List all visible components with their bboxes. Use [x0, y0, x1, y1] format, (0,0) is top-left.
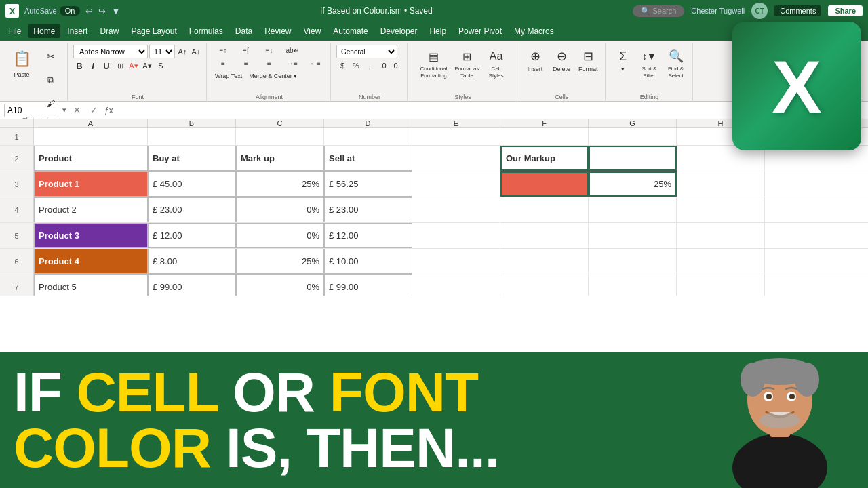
- cell-styles-button[interactable]: Aa CellStyles: [484, 45, 509, 81]
- indent-button[interactable]: ab↵: [281, 45, 303, 56]
- cell-c5[interactable]: 0%: [236, 223, 324, 248]
- cell-d2[interactable]: Sell at: [324, 146, 412, 171]
- find-select-button[interactable]: 🔍 Find &Select: [664, 45, 688, 81]
- cell-c6[interactable]: 25%: [236, 249, 324, 274]
- cell-f3[interactable]: [500, 171, 589, 197]
- cell-b7[interactable]: £ 99.00: [148, 274, 236, 296]
- cell-h4[interactable]: [677, 197, 765, 222]
- cell-b4[interactable]: £ 23.00: [148, 197, 236, 222]
- cell-f4[interactable]: [500, 197, 589, 222]
- comments-button[interactable]: Share: [828, 5, 863, 16]
- menu-file[interactable]: File: [3, 24, 26, 38]
- cell-f5[interactable]: [500, 223, 589, 248]
- cell-g2[interactable]: [589, 146, 677, 171]
- cell-g1[interactable]: [589, 128, 677, 145]
- cell-d3[interactable]: £ 56.25: [324, 171, 412, 197]
- cell-a2[interactable]: Product: [34, 146, 148, 171]
- copy-button[interactable]: ⧉: [39, 68, 63, 92]
- insert-cells-button[interactable]: ⊕ Insert: [523, 45, 547, 75]
- strikethrough-button[interactable]: S: [155, 60, 167, 72]
- merge-center-button[interactable]: Merge & Center ▾: [246, 70, 300, 81]
- cell-d6[interactable]: £ 10.00: [324, 249, 412, 274]
- menu-my-macros[interactable]: My Macros: [509, 24, 559, 38]
- cell-b6[interactable]: £ 8.00: [148, 249, 236, 274]
- cell-e1[interactable]: [412, 128, 500, 145]
- cell-c3[interactable]: 25%: [236, 171, 324, 197]
- cell-h3[interactable]: [677, 171, 765, 197]
- cell-d7[interactable]: £ 99.00: [324, 274, 412, 296]
- cell-g6[interactable]: [589, 249, 677, 274]
- format-cells-button[interactable]: ⊟ Format: [576, 45, 601, 75]
- cell-e4[interactable]: [412, 197, 500, 222]
- menu-help[interactable]: Help: [424, 24, 452, 38]
- cell-a7[interactable]: Product 5: [34, 274, 148, 296]
- cell-c7[interactable]: 0%: [236, 274, 324, 296]
- cell-a3[interactable]: Product 1: [34, 171, 148, 197]
- align-left-top-button[interactable]: ≡↑: [212, 45, 234, 56]
- menu-data[interactable]: Data: [230, 24, 258, 38]
- cell-d4[interactable]: £ 23.00: [324, 197, 412, 222]
- number-format-select[interactable]: General: [336, 45, 397, 58]
- italic-button[interactable]: I: [87, 60, 99, 72]
- align-right-button[interactable]: ≡: [258, 58, 280, 69]
- cell-f1[interactable]: [500, 128, 589, 145]
- percent-button[interactable]: %: [350, 60, 362, 72]
- currency-button[interactable]: $: [336, 60, 349, 72]
- menu-formulas[interactable]: Formulas: [184, 24, 229, 38]
- menu-draw[interactable]: Draw: [94, 24, 124, 38]
- cell-g3[interactable]: 25%: [589, 171, 677, 197]
- paste-button[interactable]: 📋 Paste: [7, 45, 37, 80]
- sort-filter-button[interactable]: ↕▼ Sort &Filter: [637, 45, 662, 81]
- align-right-top-button[interactable]: ≡↓: [258, 45, 280, 56]
- menu-developer[interactable]: Developer: [375, 24, 423, 38]
- format-as-table-button[interactable]: ⊞ Format asTable: [452, 45, 482, 81]
- insert-function-icon[interactable]: ƒx: [104, 106, 113, 115]
- share-button[interactable]: Comments: [774, 5, 821, 16]
- increase-font-button[interactable]: A↑: [176, 45, 189, 58]
- cell-b1[interactable]: [148, 128, 236, 145]
- cell-b5[interactable]: £ 12.00: [148, 223, 236, 248]
- cell-b3[interactable]: £ 45.00: [148, 171, 236, 197]
- font-size-select[interactable]: 11: [149, 45, 175, 58]
- col-header-a[interactable]: A: [34, 119, 148, 127]
- confirm-formula-icon[interactable]: ✓: [87, 105, 100, 115]
- border-button[interactable]: ⊞: [114, 60, 126, 72]
- cell-b2[interactable]: Buy at: [148, 146, 236, 171]
- col-header-c[interactable]: C: [236, 119, 324, 127]
- cell-g4[interactable]: [589, 197, 677, 222]
- cell-c1[interactable]: [236, 128, 324, 145]
- col-header-e[interactable]: E: [412, 119, 500, 127]
- cell-g5[interactable]: [589, 223, 677, 248]
- cell-reference-box[interactable]: A10: [4, 104, 58, 117]
- cell-h6[interactable]: [677, 249, 765, 274]
- font-name-select[interactable]: Aptos Narrow: [73, 45, 148, 58]
- search-box[interactable]: 🔍 Search: [633, 5, 685, 17]
- fill-color-button[interactable]: A▾: [127, 60, 140, 72]
- cell-a1[interactable]: [34, 128, 148, 145]
- bold-button[interactable]: B: [73, 60, 85, 72]
- col-header-f[interactable]: F: [500, 119, 589, 127]
- decrease-decimal-button[interactable]: 0.: [391, 60, 403, 72]
- cell-a4[interactable]: Product 2: [34, 197, 148, 222]
- cell-e5[interactable]: [412, 223, 500, 248]
- cell-e3[interactable]: [412, 171, 500, 197]
- indent-increase-button[interactable]: →≡: [281, 58, 303, 69]
- cell-h5[interactable]: [677, 223, 765, 248]
- autosum-button[interactable]: Σ ▾: [611, 45, 635, 75]
- cell-f6[interactable]: [500, 249, 589, 274]
- cell-c4[interactable]: 0%: [236, 197, 324, 222]
- cell-a6[interactable]: Product 4: [34, 249, 148, 274]
- cell-d1[interactable]: [324, 128, 412, 145]
- menu-page-layout[interactable]: Page Layout: [125, 24, 182, 38]
- expand-formula-icon[interactable]: ▾: [62, 106, 66, 115]
- wrap-text-button[interactable]: Wrap Text: [212, 70, 245, 81]
- col-header-b[interactable]: B: [148, 119, 236, 127]
- conditional-formatting-button[interactable]: ▤ ConditionalFormatting: [417, 45, 450, 81]
- menu-view[interactable]: View: [298, 24, 327, 38]
- cell-c2[interactable]: Mark up: [236, 146, 324, 171]
- align-center-top-button[interactable]: ≡⌈: [235, 45, 257, 56]
- cell-f2[interactable]: Our Markup: [500, 146, 589, 171]
- comma-button[interactable]: ,: [363, 60, 376, 72]
- cell-h7[interactable]: [677, 274, 765, 296]
- cell-e2[interactable]: [412, 146, 500, 171]
